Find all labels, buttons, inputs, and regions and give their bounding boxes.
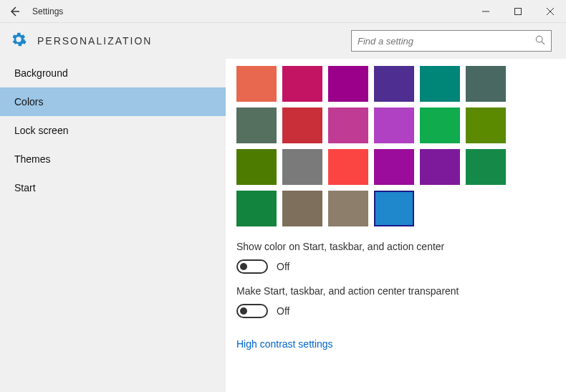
color-swatch[interactable]	[466, 107, 506, 143]
search-box[interactable]	[351, 30, 552, 52]
page-title: PERSONALIZATION	[37, 35, 152, 47]
svg-rect-0	[514, 8, 521, 14]
color-swatch[interactable]	[236, 66, 277, 102]
sidebar-item-background[interactable]: Background	[0, 59, 226, 87]
show-color-toggle[interactable]	[236, 259, 268, 274]
show-color-state: Off	[277, 261, 289, 272]
sidebar: Background Colors Lock screen Themes Sta…	[0, 59, 226, 392]
color-swatch[interactable]	[282, 66, 322, 102]
color-swatch[interactable]	[236, 107, 277, 143]
color-swatch[interactable]	[236, 191, 277, 226]
color-swatch[interactable]	[282, 149, 322, 185]
search-icon	[535, 35, 545, 47]
transparent-state: Off	[277, 305, 289, 317]
search-input[interactable]	[358, 36, 535, 47]
sidebar-item-themes[interactable]: Themes	[0, 145, 226, 173]
sidebar-item-start[interactable]: Start	[0, 173, 226, 202]
transparent-toggle[interactable]	[236, 304, 268, 318]
sidebar-item-colors[interactable]: Colors	[0, 87, 226, 116]
color-swatch[interactable]	[420, 66, 460, 102]
settings-gear-icon	[11, 32, 27, 50]
color-swatch-grid	[236, 66, 516, 226]
color-swatch[interactable]	[374, 66, 414, 102]
color-swatch[interactable]	[328, 149, 368, 185]
color-swatch[interactable]	[374, 107, 414, 143]
back-button[interactable]	[0, 0, 29, 23]
color-swatch[interactable]	[374, 191, 414, 226]
color-swatch[interactable]	[282, 107, 322, 143]
minimize-button[interactable]	[469, 0, 502, 23]
high-contrast-link[interactable]: High contrast settings	[236, 338, 333, 350]
main-content: Show color on Start, taskbar, and action…	[226, 59, 566, 392]
transparent-label: Make Start, taskbar, and action center t…	[236, 285, 555, 297]
close-button[interactable]	[534, 0, 566, 23]
maximize-button[interactable]	[502, 0, 534, 23]
sidebar-item-lock-screen[interactable]: Lock screen	[0, 116, 226, 145]
color-swatch[interactable]	[328, 66, 368, 102]
color-swatch[interactable]	[466, 149, 506, 185]
color-swatch[interactable]	[466, 66, 506, 102]
color-swatch[interactable]	[420, 149, 460, 185]
color-swatch[interactable]	[236, 149, 277, 185]
color-swatch[interactable]	[420, 107, 460, 143]
color-swatch[interactable]	[328, 191, 368, 226]
color-swatch[interactable]	[282, 191, 322, 226]
show-color-label: Show color on Start, taskbar, and action…	[236, 241, 555, 252]
window-title: Settings	[29, 6, 63, 16]
svg-point-1	[536, 36, 542, 42]
color-swatch[interactable]	[374, 149, 414, 185]
color-swatch[interactable]	[328, 107, 368, 143]
